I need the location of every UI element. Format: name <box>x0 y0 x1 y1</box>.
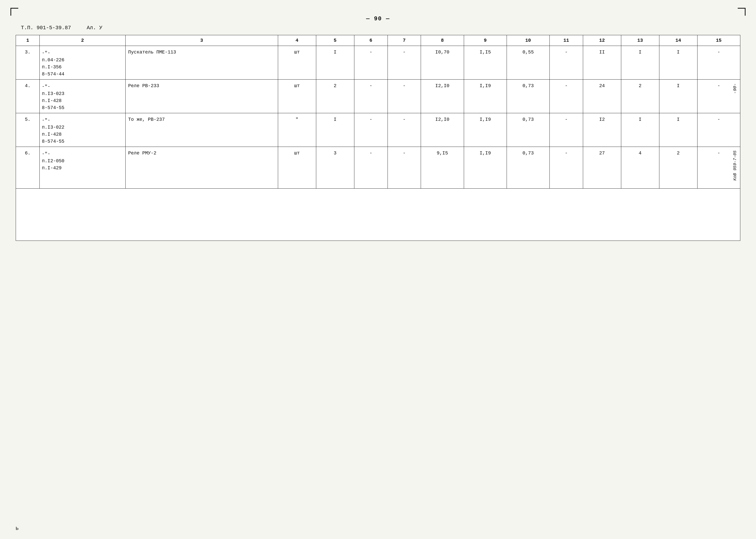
row3-num: 3. <box>16 46 40 80</box>
doc-sheet: Ал. У <box>87 25 102 31</box>
row4-col6: - <box>354 80 388 113</box>
row5-col8: I2,I0 <box>421 113 464 147</box>
table-row: 6. -"-п.I2-050п.I-429 Реле РМУ-2 шт 3 - … <box>16 147 740 189</box>
row6-col4: шт <box>278 147 316 189</box>
row4-side-note: -90- <box>732 83 737 94</box>
row4-col10: 0,73 <box>507 80 549 113</box>
col-header-15: 15 <box>697 35 740 46</box>
row5-name: То же, РВ-237 <box>125 113 278 147</box>
main-table: 1 2 3 4 5 6 7 8 9 10 11 12 13 14 15 3. -… <box>16 35 740 241</box>
page-number: — 90 — <box>366 16 390 22</box>
row3-col7: - <box>388 46 421 80</box>
row5-col10: 0,73 <box>507 113 549 147</box>
row6-num: 6. <box>16 147 40 189</box>
footer-mark: Ь <box>16 526 19 531</box>
row3-col5: I <box>316 46 354 80</box>
col-header-14: 14 <box>659 35 697 46</box>
border-corner-tl <box>10 8 18 16</box>
row3-col9: I,I5 <box>464 46 507 80</box>
row4-col8: I2,I0 <box>421 80 464 113</box>
row3-col10: 0,55 <box>507 46 549 80</box>
row6-col5: 3 <box>316 147 354 189</box>
row5-col11: - <box>550 113 583 147</box>
row4-ref: -"-п.I3-023п.I-4288-574-55 <box>40 80 126 113</box>
table-row-empty <box>16 189 740 241</box>
row6-ref: -"-п.I2-050п.I-429 <box>40 147 126 189</box>
table-row: 3. -"-п.04-226п.I-3568-574-44 Пускатель … <box>16 46 740 80</box>
col-header-6: 6 <box>354 35 388 46</box>
row3-col12: II <box>583 46 621 80</box>
col-header-11: 11 <box>550 35 583 46</box>
row6-col14: 2 <box>659 147 697 189</box>
col-header-13: 13 <box>621 35 659 46</box>
row4-col13: 2 <box>621 80 659 113</box>
row6-col10: 0,73 <box>507 147 549 189</box>
row3-col11: - <box>550 46 583 80</box>
col-header-12: 12 <box>583 35 621 46</box>
row4-col7: - <box>388 80 421 113</box>
col-header-5: 5 <box>316 35 354 46</box>
row6-col11: - <box>550 147 583 189</box>
page-header: — 90 — <box>16 10 740 25</box>
col-header-7: 7 <box>388 35 421 46</box>
border-corner-tr <box>738 8 746 16</box>
row6-col9: I,I9 <box>464 147 507 189</box>
col-header-2: 2 <box>40 35 126 46</box>
row3-col15: - <box>697 46 740 80</box>
row3-col4: шт <box>278 46 316 80</box>
row3-col13: I <box>621 46 659 80</box>
col-header-9: 9 <box>464 35 507 46</box>
doc-reference: Т.П. 901-5-39.87 Ал. У <box>16 25 740 31</box>
row3-col14: I <box>659 46 697 80</box>
row6-col8: 9,I5 <box>421 147 464 189</box>
row6-name: Реле РМУ-2 <box>125 147 278 189</box>
row5-col6: - <box>354 113 388 147</box>
col-header-3: 3 <box>125 35 278 46</box>
row4-col14: I <box>659 80 697 113</box>
row3-col6: - <box>354 46 388 80</box>
row5-num: 5. <box>16 113 40 147</box>
row6-col15: - КоВ 959-7-05 <box>697 147 740 189</box>
empty-space <box>16 189 740 241</box>
doc-ref-number: Т.П. 901-5-39.87 <box>21 25 71 31</box>
row4-col12: 24 <box>583 80 621 113</box>
row6-col6: - <box>354 147 388 189</box>
page-footer: Ь <box>16 526 19 531</box>
table-row: 4. -"-п.I3-023п.I-4288-574-55 Реле РВ-23… <box>16 80 740 113</box>
row6-col12: 27 <box>583 147 621 189</box>
row3-col8: I0,70 <box>421 46 464 80</box>
row4-col15: - -90- <box>697 80 740 113</box>
row5-col4: " <box>278 113 316 147</box>
row6-col7: - <box>388 147 421 189</box>
row5-col15: - <box>697 113 740 147</box>
row5-col12: I2 <box>583 113 621 147</box>
row5-col5: I <box>316 113 354 147</box>
row5-col13: I <box>621 113 659 147</box>
row4-name: Реле РВ-233 <box>125 80 278 113</box>
col-header-1: 1 <box>16 35 40 46</box>
row4-col5: 2 <box>316 80 354 113</box>
row5-col14: I <box>659 113 697 147</box>
row4-col11: - <box>550 80 583 113</box>
row4-col4: шт <box>278 80 316 113</box>
table-row: 5. -"-п.I3-022п.I-4288-574-55 То же, РВ-… <box>16 113 740 147</box>
table-header-row: 1 2 3 4 5 6 7 8 9 10 11 12 13 14 15 <box>16 35 740 46</box>
row3-ref: -"-п.04-226п.I-3568-574-44 <box>40 46 126 80</box>
row4-col9: I,I9 <box>464 80 507 113</box>
row5-ref: -"-п.I3-022п.I-4288-574-55 <box>40 113 126 147</box>
row6-side-note: КоВ 959-7-05 <box>733 151 737 181</box>
row3-name: Пускатель ПМЕ-113 <box>125 46 278 80</box>
row6-col13: 4 <box>621 147 659 189</box>
row4-num: 4. <box>16 80 40 113</box>
col-header-4: 4 <box>278 35 316 46</box>
row5-col9: I,I9 <box>464 113 507 147</box>
col-header-10: 10 <box>507 35 549 46</box>
row5-col7: - <box>388 113 421 147</box>
col-header-8: 8 <box>421 35 464 46</box>
